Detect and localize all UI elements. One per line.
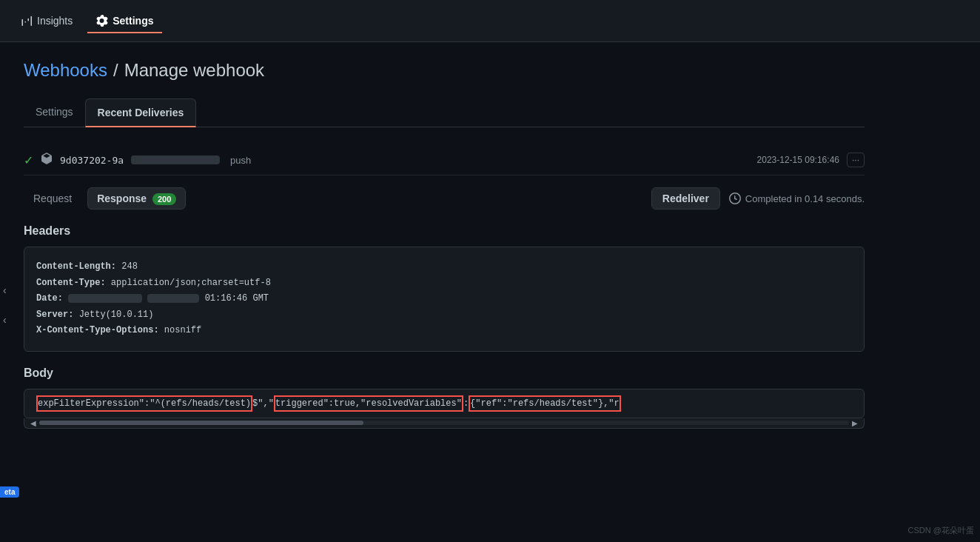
main-tabs: Settings Recent Deliveries: [24, 98, 865, 127]
content-length-val: 248: [121, 261, 138, 272]
beta-badge: eta: [0, 486, 19, 498]
body-highlight-3: {"ref":"refs/heads/test"},"r: [469, 395, 621, 412]
main-content: Webhooks / Manage webhook Settings Recen…: [0, 42, 888, 446]
header-date: Date: 01:16:46 GMT: [36, 291, 852, 307]
body-code-block[interactable]: expFilterExpression":"^(refs/heads/test)…: [24, 389, 865, 418]
insights-icon: [21, 15, 33, 27]
date-blur: [68, 294, 142, 303]
x-content-key: X-Content-Type-Options:: [36, 325, 159, 335]
sub-tabs: Request Response 200 Redeliver Completed…: [24, 187, 865, 210]
scroll-right-icon[interactable]: ▶: [849, 419, 861, 427]
date-val: 01:16:46 GMT: [68, 293, 269, 304]
content-type-key: Content-Type:: [36, 278, 106, 288]
sub-tab-actions: Redeliver Completed in 0.14 seconds.: [651, 187, 865, 210]
date-key: Date:: [36, 293, 63, 304]
delivery-row[interactable]: ✓ 9d037202-9a push 2023-12-15 09:16:46 ·…: [24, 145, 865, 175]
redeliver-button[interactable]: Redeliver: [651, 187, 720, 210]
scroll-left-icon[interactable]: ◀: [27, 419, 39, 427]
body-highlight-2: triggered":true,"resolvedVariables": [274, 395, 463, 412]
chevron-down-icon-2[interactable]: ‹: [0, 311, 10, 329]
tab-recent-deliveries[interactable]: Recent Deliveries: [85, 98, 197, 127]
timing-text: Completed in 0.14 seconds.: [745, 193, 865, 204]
tab-settings[interactable]: Settings: [24, 98, 85, 127]
left-indicators: ‹ ‹: [0, 281, 10, 329]
server-val: Jetty(10.0.11): [79, 310, 154, 320]
delivery-timestamp: 2023-12-15 09:16:46: [757, 155, 839, 165]
breadcrumb-separator: /: [113, 60, 118, 81]
x-content-val: nosniff: [164, 325, 201, 335]
body-section-title: Body: [24, 367, 865, 380]
check-icon: ✓: [24, 153, 33, 167]
content-length-key: Content-Length:: [36, 261, 116, 272]
nav-insights[interactable]: Insights: [12, 9, 81, 33]
body-section: Body expFilterExpression":"^(refs/heads/…: [24, 367, 865, 429]
date-blur2: [147, 294, 199, 303]
content-type-val: application/json;charset=utf-8: [111, 278, 271, 288]
nav-insights-label: Insights: [37, 15, 73, 27]
breadcrumb-link[interactable]: Webhooks: [24, 60, 107, 81]
header-content-type: Content-Type: application/json;charset=u…: [36, 275, 852, 292]
status-badge: 200: [152, 193, 176, 205]
header-x-content: X-Content-Type-Options: nosniff: [36, 323, 852, 339]
response-label: Response: [97, 193, 147, 204]
headers-code-block: Content-Length: 248 Content-Type: applic…: [24, 247, 865, 352]
nav-settings-label: Settings: [113, 15, 153, 27]
delivery-event: push: [230, 155, 251, 166]
clock-icon: [729, 193, 741, 204]
scrollbar-thumb[interactable]: [39, 421, 363, 425]
breadcrumb: Webhooks / Manage webhook: [24, 60, 865, 81]
body-highlight-1: expFilterExpression":"^(refs/heads/test): [36, 395, 252, 412]
scrollbar-row: ◀ ▶: [24, 418, 865, 429]
sub-tab-request[interactable]: Request: [24, 187, 81, 210]
body-segment-1: expFilterExpression":"^(refs/heads/test)…: [36, 395, 274, 412]
timing-info: Completed in 0.14 seconds.: [729, 193, 865, 204]
headers-section-title: Headers: [24, 224, 865, 238]
package-icon: [41, 153, 53, 167]
top-nav: Insights Settings: [0, 0, 980, 42]
header-server: Server: Jetty(10.0.11): [36, 307, 852, 324]
server-key: Server:: [36, 310, 73, 320]
delivery-id: 9d037202-9a: [60, 155, 124, 166]
gear-icon: [96, 15, 108, 27]
header-content-length: Content-Length: 248: [36, 259, 852, 275]
watermark: CSDN @花朵叶蛋: [908, 525, 974, 536]
scrollbar-track[interactable]: [39, 421, 849, 425]
chevron-down-icon-1[interactable]: ‹: [0, 281, 10, 299]
nav-settings[interactable]: Settings: [87, 9, 162, 33]
breadcrumb-current: Manage webhook: [124, 60, 264, 81]
delivery-more-button[interactable]: ···: [847, 153, 865, 167]
sub-tab-response[interactable]: Response 200: [87, 187, 186, 210]
delivery-id-blur: [131, 155, 220, 164]
